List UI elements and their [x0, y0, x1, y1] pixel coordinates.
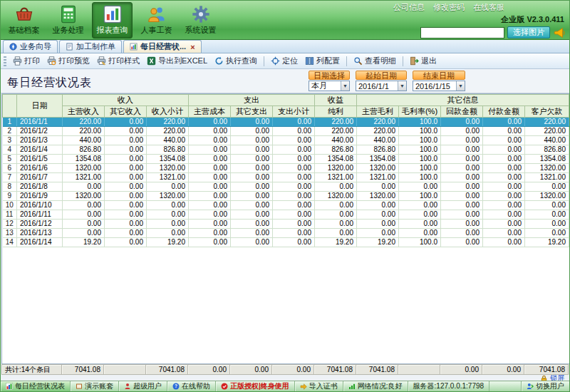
- column-header[interactable]: 付款金额: [483, 106, 525, 118]
- run-query-button[interactable]: 执行查询: [211, 54, 261, 68]
- value-cell[interactable]: 440.00: [315, 136, 357, 145]
- value-cell[interactable]: 0.00: [105, 192, 147, 201]
- value-cell[interactable]: 0.00: [441, 145, 483, 155]
- value-cell[interactable]: 0.00: [483, 173, 525, 182]
- date-cell[interactable]: 2016/1/5: [17, 155, 63, 164]
- row-number-cell[interactable]: 8: [3, 182, 17, 192]
- status-import-certificate[interactable]: 导入证书: [295, 381, 343, 391]
- value-cell[interactable]: 0.00: [231, 155, 273, 164]
- value-cell[interactable]: 0.00: [189, 164, 231, 173]
- table-row[interactable]: 112016/1/110.000.000.000.000.000.000.000…: [3, 210, 569, 220]
- row-number-cell[interactable]: 5: [3, 155, 17, 164]
- value-cell[interactable]: 0.00: [483, 155, 525, 164]
- value-cell[interactable]: 826.80: [315, 145, 357, 155]
- tab-close-icon[interactable]: ×: [190, 43, 195, 51]
- value-cell[interactable]: 0.00: [189, 220, 231, 229]
- value-cell[interactable]: 0.00: [231, 173, 273, 182]
- date-cell[interactable]: 2016/1/14: [17, 238, 63, 247]
- value-cell[interactable]: 100.0: [399, 145, 441, 155]
- value-cell[interactable]: 0.00: [399, 220, 441, 229]
- value-cell[interactable]: 0.00: [147, 220, 189, 229]
- value-cell[interactable]: 0.00: [105, 201, 147, 210]
- value-cell[interactable]: 19.20: [63, 238, 105, 247]
- value-cell[interactable]: 0.00: [273, 210, 315, 220]
- value-cell[interactable]: 0.00: [231, 192, 273, 201]
- value-cell[interactable]: 0.00: [273, 238, 315, 247]
- locate-button[interactable]: 定位: [267, 54, 301, 68]
- chevron-down-icon[interactable]: ▼: [341, 81, 349, 91]
- value-cell[interactable]: 1354.08: [63, 155, 105, 164]
- change-password-link[interactable]: 修改密码: [433, 2, 465, 13]
- value-cell[interactable]: 100.0: [399, 136, 441, 145]
- value-cell[interactable]: 0.00: [273, 118, 315, 127]
- value-cell[interactable]: 19.20: [525, 238, 569, 247]
- value-cell[interactable]: 0.00: [441, 127, 483, 136]
- value-cell[interactable]: 0.00: [63, 220, 105, 229]
- value-cell[interactable]: 220.00: [525, 127, 569, 136]
- column-header[interactable]: 主营成本: [189, 106, 231, 118]
- date-cell[interactable]: 2016/1/8: [17, 182, 63, 192]
- value-cell[interactable]: 0.00: [315, 220, 357, 229]
- value-cell[interactable]: 220.00: [147, 118, 189, 127]
- value-cell[interactable]: 0.00: [483, 201, 525, 210]
- table-row[interactable]: 22016/1/2220.000.00220.000.000.000.00220…: [3, 127, 569, 136]
- value-cell[interactable]: 220.00: [147, 127, 189, 136]
- value-cell[interactable]: 0.00: [147, 210, 189, 220]
- row-number-cell[interactable]: 13: [3, 229, 17, 238]
- value-cell[interactable]: 1354.08: [357, 155, 399, 164]
- table-row[interactable]: 142016/1/1419.200.0019.200.000.000.0019.…: [3, 238, 569, 247]
- value-cell[interactable]: 100.0: [399, 164, 441, 173]
- date-cell[interactable]: 2016/1/7: [17, 173, 63, 182]
- value-cell[interactable]: 0.00: [63, 201, 105, 210]
- row-number-cell[interactable]: 4: [3, 145, 17, 155]
- column-header[interactable]: 其它支出: [231, 106, 273, 118]
- date-cell[interactable]: 2016/1/10: [17, 201, 63, 210]
- table-row[interactable]: 32016/1/3440.000.00440.000.000.000.00440…: [3, 136, 569, 145]
- value-cell[interactable]: 1320.00: [63, 192, 105, 201]
- value-cell[interactable]: 0.00: [273, 173, 315, 182]
- value-cell[interactable]: 0.00: [105, 210, 147, 220]
- value-cell[interactable]: 0.00: [189, 136, 231, 145]
- value-cell[interactable]: 0.00: [189, 155, 231, 164]
- value-cell[interactable]: 0.00: [231, 220, 273, 229]
- value-cell[interactable]: 1320.00: [147, 192, 189, 201]
- value-cell[interactable]: 0.00: [357, 182, 399, 192]
- value-cell[interactable]: 0.00: [315, 229, 357, 238]
- value-cell[interactable]: 0.00: [357, 229, 399, 238]
- value-cell[interactable]: 0.00: [399, 229, 441, 238]
- online-service-link[interactable]: 在线客服: [473, 2, 504, 13]
- value-cell[interactable]: 826.80: [147, 145, 189, 155]
- value-cell[interactable]: 19.20: [147, 238, 189, 247]
- column-header[interactable]: 客户欠款: [525, 106, 569, 118]
- date-cell[interactable]: 2016/1/1: [17, 118, 63, 127]
- value-cell[interactable]: 0.00: [525, 201, 569, 210]
- date-cell[interactable]: 2016/1/13: [17, 229, 63, 238]
- value-cell[interactable]: 0.00: [483, 238, 525, 247]
- value-cell[interactable]: 0.00: [441, 220, 483, 229]
- print-button[interactable]: 打印: [9, 54, 43, 68]
- view-detail-button[interactable]: 查看明细: [350, 54, 400, 68]
- value-cell[interactable]: 0.00: [357, 201, 399, 210]
- nav-item-system-settings[interactable]: 系统设置: [180, 2, 221, 38]
- value-cell[interactable]: 0.00: [441, 118, 483, 127]
- value-cell[interactable]: 0.00: [231, 145, 273, 155]
- value-cell[interactable]: 1321.00: [147, 173, 189, 182]
- table-row[interactable]: 132016/1/130.000.000.000.000.000.000.000…: [3, 229, 569, 238]
- value-cell[interactable]: 0.00: [525, 182, 569, 192]
- value-cell[interactable]: 1354.08: [525, 155, 569, 164]
- value-cell[interactable]: 0.00: [483, 192, 525, 201]
- status-account-set[interactable]: 演示账套: [71, 381, 119, 391]
- value-cell[interactable]: 0.00: [441, 136, 483, 145]
- value-cell[interactable]: 1320.00: [357, 164, 399, 173]
- value-cell[interactable]: 0.00: [63, 229, 105, 238]
- table-row[interactable]: 102016/1/100.000.000.000.000.000.000.000…: [3, 201, 569, 210]
- value-cell[interactable]: 1321.00: [525, 173, 569, 182]
- chevron-down-icon[interactable]: ▼: [398, 81, 406, 91]
- value-cell[interactable]: 0.00: [273, 127, 315, 136]
- column-header[interactable]: 毛利率(%): [399, 106, 441, 118]
- value-cell[interactable]: 0.00: [273, 164, 315, 173]
- nav-item-hr-payroll[interactable]: 人事工资: [136, 2, 177, 38]
- value-cell[interactable]: 0.00: [273, 145, 315, 155]
- value-cell[interactable]: 0.00: [315, 201, 357, 210]
- nav-item-business-process[interactable]: 业务处理: [48, 2, 88, 38]
